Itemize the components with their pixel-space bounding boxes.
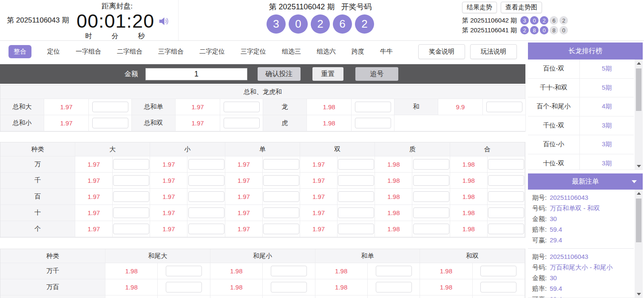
bet-input[interactable] (376, 266, 412, 276)
bet-type-label: 虎 (263, 115, 307, 131)
scroll-up-icon[interactable] (635, 190, 643, 197)
odds-value: 1.98 (210, 279, 263, 295)
column-header: 种类 (0, 249, 105, 263)
history-period: 第 20251106042 期 (462, 17, 517, 25)
bet-input[interactable] (413, 191, 449, 202)
dragon-rank-row[interactable]: 百位-双5期 (528, 60, 634, 79)
scroll-down-icon[interactable] (635, 290, 643, 298)
odds-value: 1.98 (375, 205, 412, 221)
bet-input[interactable] (338, 175, 374, 186)
bet-input[interactable] (188, 224, 224, 234)
bet-input-cell (352, 115, 394, 131)
dragon-rank-row[interactable]: 千十-和双5期 (528, 79, 634, 98)
reset-button[interactable]: 重置 (312, 67, 343, 81)
dragon-rank-row[interactable]: 十位-双3期 (528, 154, 634, 170)
bet-input[interactable] (488, 224, 524, 234)
scroll-up-icon[interactable] (635, 60, 643, 67)
bet-input-cell (412, 173, 450, 189)
bet-input[interactable] (113, 191, 149, 202)
column-header: 合 (450, 142, 525, 156)
dragon-rank-row[interactable]: 百个-和尾小4期 (528, 97, 634, 116)
bet-input-cell (89, 115, 132, 131)
prize-info-button[interactable]: 奖金说明 (418, 44, 465, 59)
order-field: 赔率:59.4 (532, 224, 630, 235)
bet-input[interactable] (166, 266, 202, 276)
amount-input[interactable] (145, 68, 247, 80)
nav-tab-1[interactable]: 定位 (47, 45, 60, 58)
bet-input[interactable] (224, 118, 260, 128)
confirm-bet-button[interactable]: 确认投注 (258, 67, 301, 81)
collapse-caret-icon[interactable] (632, 180, 637, 183)
bet-input[interactable] (488, 191, 524, 202)
dragon-scrollbar[interactable] (635, 60, 643, 170)
nav-tab-7[interactable]: 组选三 (282, 45, 301, 58)
scroll-thumb[interactable] (636, 199, 641, 242)
nav-tab-6[interactable]: 三字定位 (241, 45, 266, 58)
bet-input[interactable] (113, 175, 149, 186)
bet-input[interactable] (113, 207, 149, 218)
bet-input[interactable] (413, 175, 449, 186)
speaker-icon[interactable] (158, 15, 170, 28)
scroll-thumb[interactable] (636, 68, 641, 111)
odds-value: 1.98 (105, 279, 158, 295)
odds-value: 1.98 (375, 221, 412, 237)
bet-input[interactable] (480, 266, 516, 276)
bet-input[interactable] (338, 191, 374, 202)
bet-input[interactable] (113, 159, 149, 170)
order-field: 号码:万百和尾大小 - 和尾小 (532, 262, 630, 272)
bet-input[interactable] (113, 224, 149, 234)
nav-tab-2[interactable]: 一字组合 (76, 45, 101, 58)
bet-input[interactable] (263, 224, 299, 234)
bet-input[interactable] (263, 175, 299, 186)
order-field: 可赢:29.4 (532, 294, 630, 298)
result-trend-button[interactable]: 结果走势 (462, 2, 497, 13)
scroll-down-icon[interactable] (635, 162, 643, 170)
bet-input[interactable] (263, 191, 299, 202)
nav-tab-8[interactable]: 组选六 (317, 45, 336, 58)
dragon-rank-value: 3期 (580, 135, 634, 154)
order-entry: 期号:20251106043号码:万百和单双 - 和双金额:30赔率:59.4可… (528, 190, 634, 249)
nav-tab-10[interactable]: 牛牛 (380, 45, 393, 58)
orders-scrollbar[interactable] (635, 190, 643, 298)
bet-input[interactable] (413, 159, 449, 170)
bet-input[interactable] (188, 191, 224, 202)
bet-input[interactable] (188, 159, 224, 170)
bet-input[interactable] (413, 224, 449, 234)
bet-input[interactable] (338, 159, 374, 170)
bet-input[interactable] (271, 282, 307, 292)
bet-input[interactable] (376, 282, 412, 292)
dragon-rank-value: 3期 (580, 116, 634, 135)
bet-input[interactable] (488, 159, 524, 170)
bet-input[interactable] (355, 118, 391, 128)
bet-input[interactable] (413, 207, 449, 218)
bet-input[interactable] (224, 102, 260, 112)
bet-input[interactable] (488, 175, 524, 186)
bet-input[interactable] (486, 102, 522, 112)
bet-input[interactable] (263, 159, 299, 170)
nav-tab-9[interactable]: 跨度 (352, 45, 364, 58)
bet-input[interactable] (338, 224, 374, 234)
dragon-rank-row[interactable]: 千位-双3期 (528, 116, 634, 136)
nav-tab-3[interactable]: 二字组合 (117, 45, 142, 58)
chase-number-button[interactable]: 追号 (355, 67, 398, 81)
dragon-rank-row[interactable]: 百位-小3期 (528, 135, 634, 154)
bet-input[interactable] (92, 102, 128, 112)
bet-input[interactable] (480, 282, 516, 292)
nav-tab-4[interactable]: 三字组合 (158, 45, 184, 58)
bet-input[interactable] (338, 207, 374, 218)
bet-input[interactable] (188, 175, 224, 186)
order-field-label: 期号: (532, 251, 547, 262)
bet-input[interactable] (488, 207, 524, 218)
view-trend-chart-button[interactable]: 查看走势图 (501, 2, 542, 13)
rules-info-button[interactable]: 玩法说明 (470, 44, 517, 59)
bet-input[interactable] (166, 282, 202, 292)
nav-tab-5[interactable]: 二字定位 (199, 45, 225, 58)
bet-input[interactable] (188, 207, 224, 218)
bet-input[interactable] (271, 266, 307, 276)
bet-input[interactable] (355, 102, 391, 112)
latest-orders-title[interactable]: 最新注单 (528, 173, 643, 190)
bet-input[interactable] (92, 118, 128, 128)
bet-input[interactable] (263, 207, 299, 218)
nav-tab-0[interactable]: 整合 (9, 45, 31, 58)
sum-table-title: 总和、龙虎和 (0, 85, 525, 99)
